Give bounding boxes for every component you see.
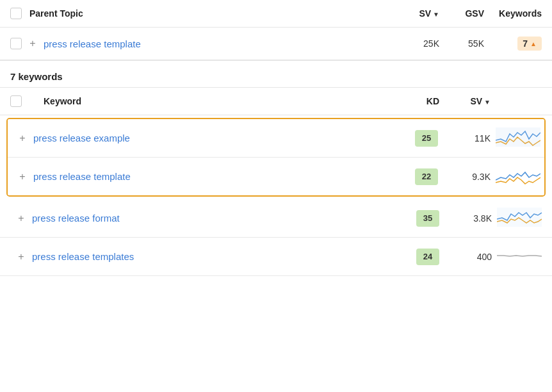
parent-row-add-button[interactable]: + xyxy=(27,38,38,49)
gsv-col-header: GSV xyxy=(439,8,484,19)
keyword-link[interactable]: press release templates xyxy=(32,251,416,262)
sv-sort-arrow[interactable]: ▼ xyxy=(433,11,439,18)
parent-topic-header: Parent Topic SV▼ GSV Keywords xyxy=(0,0,552,28)
kd-badge: 35 xyxy=(416,210,439,227)
keywords-col-header: Keywords xyxy=(484,8,542,19)
trend-sparkline-1 xyxy=(496,127,540,147)
header-checkbox[interactable] xyxy=(10,8,22,19)
keywords-count-badge[interactable]: 7 ▲ xyxy=(517,37,542,51)
row-add-button[interactable]: + xyxy=(17,133,28,144)
parent-row-sv: 25K xyxy=(388,38,439,49)
sparkline-container xyxy=(496,127,540,149)
trend-sparkline-3 xyxy=(497,208,542,227)
keywords-header-checkbox[interactable] xyxy=(10,95,22,107)
parent-row-gsv: 55K xyxy=(439,38,484,49)
kw-sv-value: 11K xyxy=(446,133,491,143)
sv-col-header: SV▼ xyxy=(388,8,439,19)
keywords-rows: + press release example 25 11K xyxy=(0,118,552,276)
row-add-button[interactable]: + xyxy=(15,251,27,263)
kd-badge: 24 xyxy=(416,249,439,265)
sparkline-container xyxy=(496,166,540,187)
keyword-link[interactable]: press release example xyxy=(33,133,415,143)
table-row: + press release template 22 9.3K xyxy=(8,158,544,195)
kw-sv-sort-arrow[interactable]: ▼ xyxy=(484,99,491,106)
parent-row-checkbox[interactable] xyxy=(10,38,22,49)
table-row: + press release format 35 3.8K xyxy=(0,199,552,238)
sparkline-container xyxy=(497,246,542,267)
parent-row-keywords-badge: 7 ▲ xyxy=(484,37,542,51)
keyword-link[interactable]: press release template xyxy=(33,171,415,182)
keyword-col-header: Keyword xyxy=(44,96,401,106)
table-row: + press release templates 24 400 xyxy=(0,238,552,276)
svg-rect-0 xyxy=(496,127,540,147)
kd-badge: 25 xyxy=(415,130,438,147)
keywords-sub-header: Keyword KD SV▼ xyxy=(0,88,552,115)
table-row: + press release example 25 11K xyxy=(8,119,544,158)
main-table: Parent Topic SV▼ GSV Keywords + press re… xyxy=(0,0,552,276)
kd-col-header: KD xyxy=(401,96,439,106)
parent-topic-col-label: Parent Topic xyxy=(29,8,388,19)
sparkline-container xyxy=(497,208,542,229)
kd-badge: 22 xyxy=(415,168,438,185)
kw-sv-col-header: SV▼ xyxy=(439,96,491,106)
badge-expand-arrow[interactable]: ▲ xyxy=(530,40,537,47)
kw-sv-value: 9.3K xyxy=(446,172,491,182)
keywords-count-section: 7 keywords xyxy=(0,61,552,88)
row-add-button[interactable]: + xyxy=(17,171,28,183)
kw-sv-value: 400 xyxy=(447,252,492,262)
svg-rect-1 xyxy=(497,208,542,227)
kw-sv-value: 3.8K xyxy=(447,213,492,224)
parent-topic-row: + press release template 25K 55K 7 ▲ xyxy=(0,28,552,61)
parent-topic-link[interactable]: press release template xyxy=(44,38,388,49)
trend-sparkline-2 xyxy=(496,166,540,185)
keyword-link[interactable]: press release format xyxy=(32,213,416,224)
trend-sparkline-4 xyxy=(497,246,542,265)
row-add-button[interactable]: + xyxy=(15,213,27,224)
